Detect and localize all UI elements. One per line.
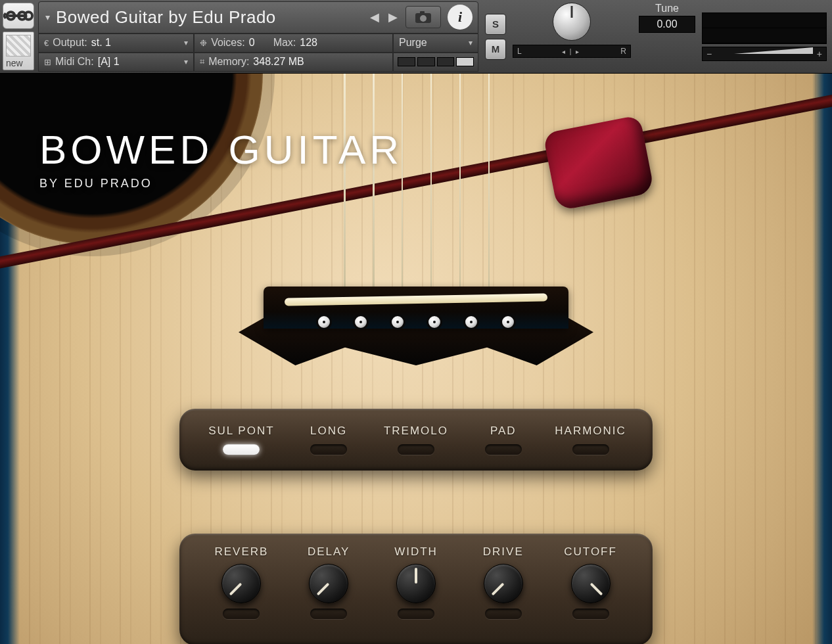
fx-label: WIDTH [394,545,438,559]
fx-label: REVERB [214,545,268,559]
next-preset-button[interactable]: ▶ [388,10,398,24]
hero-subtitle: BY EDU PRADO [39,177,403,191]
articulation-indicator [398,444,434,455]
pan-left-label: L [517,47,522,56]
fx-knob-width[interactable] [396,564,436,603]
voices-value: 0 [249,37,255,49]
output-selector[interactable]: € Output: st. 1 ▾ [38,34,194,53]
memory-readout: ⌗ Memory: 348.27 MB [194,53,393,72]
voices-icon: ❉ [200,38,207,48]
pan-right-label: R [620,47,626,56]
voices-label: Voices: [211,37,245,49]
solo-button[interactable]: S [485,14,506,35]
svg-point-0 [25,12,33,20]
fx-indicator [485,609,522,619]
guitar-bridge [239,287,593,365]
articulation-tremolo[interactable]: TREMOLO [373,425,460,455]
articulation-panel: SUL PONTLONGTREMOLOPADHARMONIC [179,409,653,471]
wrench-icon [3,7,34,24]
memory-meter [393,53,478,72]
fx-label: DRIVE [483,545,524,559]
articulation-sul-pont[interactable]: SUL PONT [198,425,285,455]
tune-value[interactable]: 0.00 [639,16,695,33]
fx-indicator [572,609,609,619]
articulation-label: TREMOLO [384,425,448,438]
purge-label: Purge [399,37,427,49]
instrument-ui: BOWED GUITAR BY EDU PRADO SUL PONTLONGTR… [0,74,832,644]
volume-slider[interactable]: − + [702,47,827,61]
articulation-indicator [223,444,260,455]
hero-title: BOWED GUITAR [39,126,403,173]
pan-center-icon: ◂ | ▸ [562,48,580,55]
chevron-down-icon: ▾ [184,57,188,66]
fx-cutoff: CUTOFF [547,545,634,619]
voices-readout: ❉ Voices: 0 Max: 128 [194,34,393,53]
prev-preset-button[interactable]: ◀ [370,10,379,24]
midi-label: Midi Ch: [55,56,94,68]
midi-value: [A] 1 [98,56,120,68]
wrench-button[interactable] [3,3,34,29]
articulation-indicator [310,444,347,455]
fx-reverb: REVERB [198,545,285,619]
fx-label: DELAY [308,545,350,559]
output-icon: € [44,38,49,48]
svg-rect-2 [420,11,425,14]
tune-knob[interactable] [553,3,591,41]
guitar-edge-right [812,74,832,644]
max-voices-value[interactable]: 128 [300,37,317,49]
title-dropdown-icon[interactable]: ▾ [39,12,56,22]
output-level-meter [702,12,827,44]
memory-icon: ⌗ [200,57,204,67]
hero-title-block: BOWED GUITAR BY EDU PRADO [39,126,403,191]
memory-label: Memory: [208,56,249,68]
fx-drive: DRIVE [459,545,547,619]
instrument-title: Bowed Guitar by Edu Prado [56,7,362,28]
articulation-label: PAD [490,425,517,438]
articulation-label: HARMONIC [555,425,626,438]
fx-knob-cutoff[interactable] [571,564,611,603]
max-voices-label: Max: [273,37,296,49]
fx-indicator [223,609,260,619]
bow-frog [543,115,655,211]
snapshot-button[interactable] [405,6,441,28]
articulation-label: LONG [310,425,347,438]
info-button[interactable]: i [448,5,473,30]
svg-point-3 [420,15,427,22]
midi-channel-selector[interactable]: ⊞ Midi Ch: [A] 1 ▾ [38,53,194,72]
chevron-down-icon: ▾ [469,38,473,47]
output-value: st. 1 [91,37,111,49]
articulation-long[interactable]: LONG [285,425,373,455]
articulation-harmonic[interactable]: HARMONIC [547,425,634,455]
tune-label: Tune [655,3,679,14]
articulation-pad[interactable]: PAD [459,425,547,455]
articulation-indicator [485,444,522,455]
fx-label: CUTOFF [564,545,617,559]
articulation-indicator [572,444,609,455]
fx-width: WIDTH [373,545,460,619]
volume-minus-label: − [703,49,716,59]
fx-knob-delay[interactable] [309,564,348,603]
fx-delay: DELAY [285,545,373,619]
fx-indicator [310,609,347,619]
output-label: Output: [53,37,87,49]
volume-plus-label: + [813,49,826,59]
camera-icon [415,11,432,24]
purge-menu[interactable]: Purge ▾ [393,34,478,53]
mute-button[interactable]: M [485,39,506,60]
instrument-thumbnail[interactable]: new [3,32,34,70]
thumbnail-label: new [6,58,23,68]
kontakt-header: new ▾ Bowed Guitar by Edu Prado ◀ ▶ i € [0,0,832,74]
midi-icon: ⊞ [44,57,51,67]
articulation-label: SUL PONT [208,425,274,438]
pan-slider[interactable]: L ◂ | ▸ R [513,45,631,58]
fx-panel: REVERBDELAYWIDTHDRIVECUTOFF [179,534,653,644]
fx-indicator [398,609,434,619]
chevron-down-icon: ▾ [184,38,188,47]
fx-knob-reverb[interactable] [221,564,261,603]
memory-value: 348.27 MB [253,56,304,68]
fx-knob-drive[interactable] [484,564,523,603]
